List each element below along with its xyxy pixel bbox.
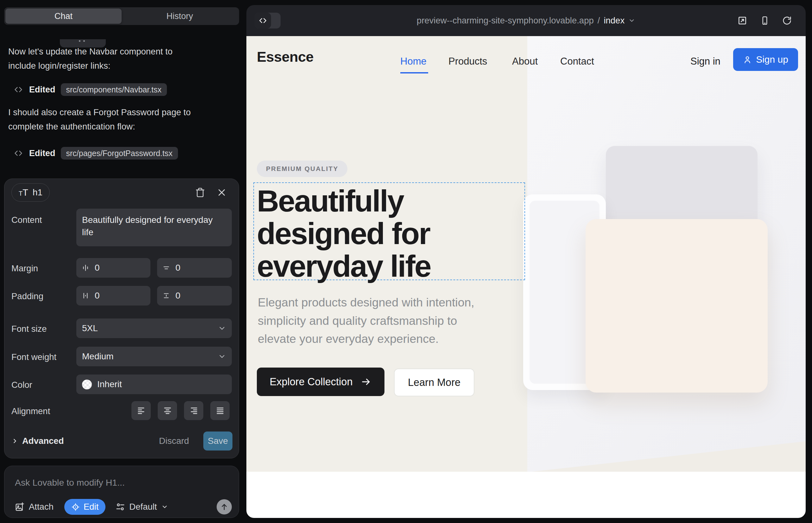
margin-y-input[interactable]: 0 (157, 258, 232, 278)
image-plus-icon (15, 502, 24, 511)
chevron-right-icon (12, 437, 18, 445)
chat-message: Now let's update the Navbar component to… (8, 44, 237, 73)
color-label: Color (12, 380, 32, 390)
margin-label: Margin (12, 264, 38, 273)
padding-x-input[interactable]: 0 (76, 286, 151, 306)
color-select[interactable]: Inherit (76, 375, 232, 394)
content-label: Content (12, 215, 42, 225)
discard-button[interactable]: Discard (159, 432, 189, 450)
mode-label: Default (129, 502, 157, 512)
element-editor-panel: TT h1 Content Beautifully designed for e… (4, 179, 239, 458)
mobile-view-button[interactable] (760, 15, 770, 26)
site-preview: Essence Home Products About Contact Sign… (246, 36, 806, 518)
advanced-toggle[interactable]: Advanced (12, 432, 64, 450)
preview-window: preview--charming-site-symphony.lovable.… (246, 5, 806, 518)
save-button[interactable]: Save (203, 432, 232, 451)
chevron-down-icon (218, 324, 226, 332)
hero-headline[interactable]: Beautifully designed for everyday life (257, 184, 431, 283)
tab-history[interactable]: History (122, 8, 238, 24)
font-size-select[interactable]: 5XL (76, 319, 232, 338)
align-left-button[interactable] (131, 401, 151, 420)
padding-horizontal-icon (82, 292, 90, 300)
chevron-down-icon (218, 353, 226, 361)
decorative-card-cream (586, 219, 768, 393)
url-host: preview--charming-site-symphony.lovable.… (417, 16, 594, 26)
nav-about[interactable]: About (512, 56, 538, 67)
nav-contact[interactable]: Contact (560, 56, 594, 67)
hero-section: Essence Home Products About Contact Sign… (246, 36, 806, 472)
open-external-button[interactable] (737, 16, 747, 26)
explore-collection-button[interactable]: Explore Collection (257, 367, 385, 396)
tab-chat[interactable]: Chat (5, 8, 122, 24)
align-left-icon (137, 406, 146, 415)
padding-y-value: 0 (175, 291, 180, 301)
hero-paragraph: Elegant products designed with intention… (258, 293, 474, 348)
close-icon (217, 188, 226, 197)
content-input[interactable]: Beautifully designed for everyday life (76, 209, 232, 246)
code-preview-toggle[interactable] (254, 13, 281, 29)
explore-label: Explore Collection (270, 376, 353, 388)
alignment-label: Alignment (12, 406, 50, 416)
model-selector[interactable]: Default (116, 502, 168, 512)
font-size-label: Font size (12, 324, 47, 334)
tab-history-label: History (166, 12, 193, 21)
chat-composer[interactable]: Ask Lovable to modify H1... Attach Edit … (4, 466, 239, 518)
font-weight-value: Medium (82, 351, 114, 362)
color-value: Inherit (97, 379, 122, 390)
preview-header: preview--charming-site-symphony.lovable.… (246, 5, 806, 36)
site-logo[interactable]: Essence (257, 49, 314, 65)
file-chip[interactable]: src/pages/ForgotPassword.tsx (61, 147, 178, 160)
padding-x-value: 0 (95, 291, 100, 301)
sign-in-link[interactable]: Sign in (690, 56, 721, 67)
url-separator: / (598, 16, 600, 26)
delete-element-button[interactable] (193, 185, 207, 199)
typography-icon: TT (19, 187, 30, 198)
url-page: index (604, 16, 624, 26)
close-editor-button[interactable] (215, 185, 229, 199)
padding-label: Padding (12, 291, 43, 301)
align-right-button[interactable] (184, 401, 203, 420)
code-icon (14, 85, 23, 94)
preview-actions (737, 5, 792, 36)
align-center-icon (163, 406, 172, 415)
user-icon (743, 55, 752, 64)
tab-chat-label: Chat (54, 12, 72, 21)
arrow-right-icon (361, 376, 371, 387)
advanced-label: Advanced (22, 436, 64, 446)
align-justify-button[interactable] (210, 401, 230, 420)
font-size-value: 5XL (82, 323, 98, 333)
element-tag-label: h1 (33, 187, 42, 198)
padding-y-input[interactable]: 0 (157, 286, 232, 306)
chevron-down-icon (628, 17, 635, 24)
learn-more-button[interactable]: Learn More (394, 368, 474, 396)
margin-x-input[interactable]: 0 (76, 258, 151, 278)
composer-toolbar: Attach Edit Default (15, 499, 232, 515)
edited-file-row: Edited src/components/Navbar.tsx (14, 83, 167, 96)
sign-up-button[interactable]: Sign up (733, 48, 798, 71)
font-weight-select[interactable]: Medium (76, 347, 232, 366)
dot (83, 40, 85, 42)
target-icon (71, 503, 80, 511)
padding-vertical-icon (162, 292, 170, 300)
send-button[interactable] (217, 499, 232, 515)
margin-vertical-icon (162, 264, 170, 272)
sign-up-label: Sign up (756, 54, 788, 65)
selected-element-badge: TT h1 (12, 183, 50, 202)
align-center-button[interactable] (158, 401, 177, 420)
edited-file-row: Edited src/pages/ForgotPassword.tsx (14, 147, 178, 160)
learn-more-label: Learn More (408, 377, 460, 389)
attach-button[interactable]: Attach (15, 502, 54, 512)
premium-quality-badge: PREMIUM QUALITY (257, 161, 348, 177)
chevron-down-icon (161, 503, 168, 510)
chat-message: I should also create a Forgot Password p… (8, 105, 237, 133)
align-right-icon (189, 406, 198, 415)
file-chip[interactable]: src/components/Navbar.tsx (61, 83, 167, 96)
refresh-button[interactable] (782, 16, 792, 25)
nav-home[interactable]: Home (400, 56, 427, 67)
font-weight-label: Font weight (12, 352, 56, 362)
trash-icon (195, 187, 205, 198)
composer-placeholder: Ask Lovable to modify H1... (15, 477, 125, 488)
edit-mode-button[interactable]: Edit (64, 499, 105, 515)
url-bar[interactable]: preview--charming-site-symphony.lovable.… (417, 5, 635, 36)
nav-products[interactable]: Products (448, 56, 487, 67)
